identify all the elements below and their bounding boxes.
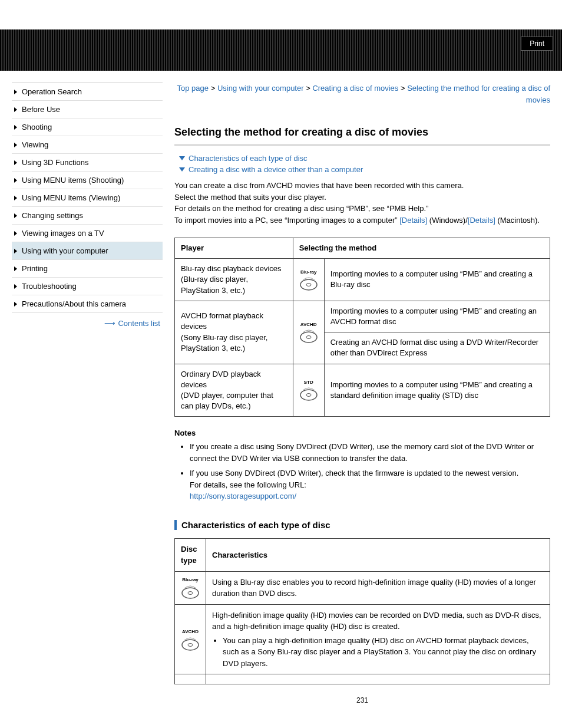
sidebar-item-before-use[interactable]: Before Use [12, 101, 163, 118]
sidebar-item-precautions[interactable]: Precautions/About this camera [12, 295, 163, 313]
sidebar-item-changing-settings[interactable]: Changing settings [12, 207, 163, 225]
cell-method: Importing movies to a computer using “PM… [324, 259, 550, 301]
sidebar-item-label: Operation Search [22, 87, 82, 96]
main-container: Operation Search Before Use Shooting Vie… [0, 71, 562, 716]
toc-link-creating-other[interactable]: Creating a disc with a device other than… [179, 165, 546, 174]
sidebar-item-viewing-tv[interactable]: Viewing images on a TV [12, 225, 163, 242]
table-row: AVCHD format playback devices(Sony Blu-r… [175, 301, 550, 332]
breadcrumb-l2[interactable]: Using with your computer [217, 84, 304, 93]
breadcrumb-sep: > [401, 84, 405, 93]
cell-method: Creating an AVCHD format disc using a DV… [324, 332, 550, 364]
note-item: If you create a disc using Sony DVDirect… [190, 441, 550, 464]
cell-method: Importing movies to a computer using “PM… [324, 364, 550, 417]
avchd-disc-icon [181, 634, 200, 651]
breadcrumb-l3[interactable]: Creating a disc of movies [312, 84, 398, 93]
chevron-right-icon [14, 90, 17, 94]
sidebar-item-label: Viewing images on a TV [22, 229, 104, 238]
chevron-right-icon [14, 125, 17, 130]
sidebar-item-using-computer[interactable]: Using with your computer [12, 242, 163, 260]
cell-player: Ordinary DVD playback devices(DVD player… [175, 364, 293, 417]
sidebar-item-label: Shooting [22, 123, 52, 131]
sidebar-item-troubleshooting[interactable]: Troubleshooting [12, 278, 163, 295]
chevron-right-icon [14, 196, 17, 200]
characteristics-table: Disc type Characteristics Blu-ray Using … [174, 538, 550, 685]
avchd-disc-icon [299, 327, 318, 343]
std-disc-icon [299, 384, 318, 401]
details-link-windows[interactable]: [Details] [399, 216, 427, 225]
main-content: Top page > Using with your computer > Cr… [174, 83, 550, 704]
sidebar-item-label: Precautions/About this camera [22, 299, 126, 308]
intro-p4: To import movies into a PC, see “Importi… [174, 215, 550, 226]
sidebar-item-menu-viewing[interactable]: Using MENU items (Viewing) [12, 189, 163, 207]
cell-characteristic: Using a Blu-ray disc enables you to reco… [206, 571, 550, 604]
intro-p3: For details on the method for creating a… [174, 203, 550, 215]
chevron-right-icon [14, 302, 17, 307]
toc-link-characteristics[interactable]: Characteristics of each type of disc [179, 154, 546, 163]
notes-heading: Notes [174, 429, 550, 437]
sidebar-item-label: Troubleshooting [22, 282, 77, 291]
chevron-right-icon [14, 160, 17, 165]
triangle-down-icon [179, 167, 185, 172]
sidebar-item-label: Changing settings [22, 211, 83, 220]
intro-text: You can create a disc from AVCHD movies … [174, 180, 550, 226]
storage-support-link[interactable]: http://sony.storagesupport.com/ [190, 492, 296, 500]
intro-p1: You can create a disc from AVCHD movies … [174, 180, 550, 192]
breadcrumb-top[interactable]: Top page [177, 84, 209, 93]
sidebar-item-label: Using with your computer [22, 246, 108, 255]
cell-icon: Blu-ray [293, 259, 324, 301]
toc-link-label: Characteristics of each type of disc [189, 154, 308, 163]
contents-list-link[interactable]: ⟶Contents list [12, 313, 163, 328]
sidebar-item-printing[interactable]: Printing [12, 260, 163, 278]
table-header-method: Selecting the method [293, 238, 550, 259]
table-row: Blu-ray disc playback devices(Blu-ray di… [175, 259, 550, 301]
toc-link-label: Creating a disc with a device other than… [189, 165, 363, 174]
chevron-right-icon [14, 178, 17, 183]
table-row: Ordinary DVD playback devices(DVD player… [175, 364, 550, 417]
chevron-right-icon [14, 249, 17, 253]
note-item: If you use Sony DVDirect (DVD Writer), c… [190, 467, 550, 502]
print-button[interactable]: Print [521, 37, 553, 51]
disc-method-table: Player Selecting the method Blu-ray disc… [174, 238, 550, 417]
cell-player: AVCHD format playback devices(Sony Blu-r… [175, 301, 293, 364]
breadcrumb: Top page > Using with your computer > Cr… [174, 83, 550, 106]
details-link-mac[interactable]: [Details] [468, 216, 495, 225]
table-row [175, 674, 550, 684]
chevron-right-icon [14, 143, 17, 147]
sidebar-item-shooting[interactable]: Shooting [12, 118, 163, 136]
sidebar-item-operation-search[interactable]: Operation Search [12, 83, 163, 101]
intro-p2: Select the method that suits your disc p… [174, 192, 550, 203]
sidebar: Operation Search Before Use Shooting Vie… [12, 83, 163, 704]
chevron-right-icon [14, 266, 17, 271]
chevron-right-icon [14, 284, 17, 289]
bluray-disc-icon [299, 274, 318, 291]
cell-icon [175, 674, 206, 684]
table-header-characteristics: Characteristics [206, 538, 550, 571]
cell-characteristic [206, 674, 550, 684]
cell-icon: STD [293, 364, 324, 417]
breadcrumb-sep: > [306, 84, 310, 93]
sidebar-item-label: Before Use [22, 105, 60, 114]
breadcrumb-current: Selecting the method for creating a disc… [407, 84, 550, 104]
chevron-right-icon [14, 107, 17, 112]
sidebar-item-label: Using MENU items (Shooting) [22, 176, 124, 185]
triangle-down-icon [179, 156, 185, 160]
sidebar-item-label: Viewing [22, 140, 48, 149]
page-title: Selecting the method for creating a disc… [174, 126, 550, 146]
table-header-disc-type: Disc type [175, 538, 206, 571]
bluray-disc-icon [181, 582, 200, 599]
chevron-right-icon [14, 231, 17, 236]
sidebar-item-label: Using MENU items (Viewing) [22, 193, 120, 202]
sidebar-item-label: Using 3D Functions [22, 158, 88, 167]
chevron-right-icon [14, 213, 17, 218]
sidebar-item-viewing[interactable]: Viewing [12, 136, 163, 154]
notes-section: Notes If you create a disc using Sony DV… [174, 429, 550, 502]
sidebar-item-menu-shooting[interactable]: Using MENU items (Shooting) [12, 172, 163, 189]
table-row: Blu-ray Using a Blu-ray disc enables you… [175, 571, 550, 604]
table-row: AVCHD High-definition image quality (HD)… [175, 604, 550, 674]
cell-player: Blu-ray disc playback devices(Blu-ray di… [175, 259, 293, 301]
cell-icon: Blu-ray [175, 571, 206, 604]
cell-method: Importing movies to a computer using “PM… [324, 301, 550, 332]
sidebar-item-3d-functions[interactable]: Using 3D Functions [12, 154, 163, 172]
breadcrumb-sep: > [211, 84, 216, 93]
section-heading-characteristics: Characteristics of each type of disc [174, 520, 550, 530]
